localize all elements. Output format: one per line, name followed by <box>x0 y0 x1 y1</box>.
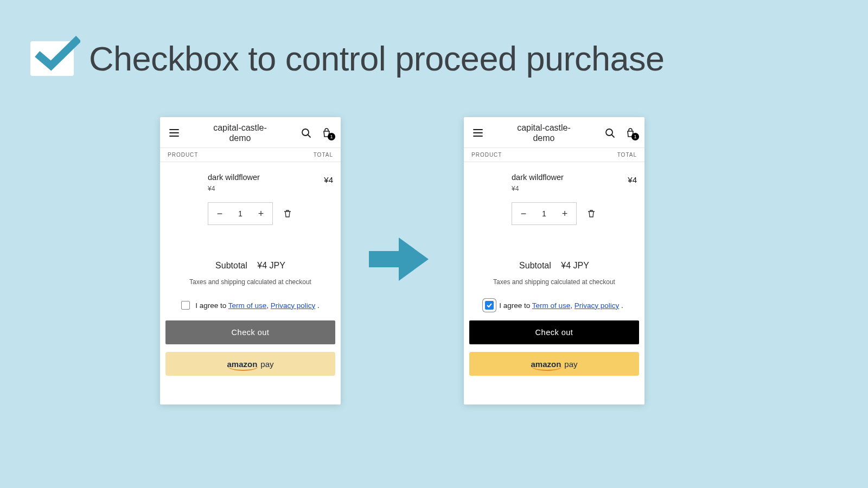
agree-checkbox[interactable] <box>181 301 190 310</box>
terms-link[interactable]: Term of use <box>532 301 571 310</box>
arrow-icon <box>369 232 434 288</box>
slide-title: Checkbox to control proceed purchase <box>89 39 665 78</box>
subtotal-label: Subtotal <box>519 261 551 270</box>
agree-text: I agree to Term of use, Privacy policy . <box>499 301 623 310</box>
qty-increment-button[interactable]: + <box>250 203 272 224</box>
store-topbar: capital-castle-demo 1 <box>160 117 341 147</box>
trash-icon[interactable] <box>283 209 292 219</box>
slide-header: Checkbox to control proceed purchase <box>30 39 665 78</box>
product-line-total: ¥4 <box>324 175 333 184</box>
privacy-link[interactable]: Privacy policy <box>271 301 316 310</box>
cart-table-header: PRODUCT TOTAL <box>160 147 341 162</box>
amazon-logo-text: amazon <box>531 359 561 369</box>
search-icon[interactable] <box>603 126 616 139</box>
subtotal-block: Subtotal ¥4 JPY Taxes and shipping calcu… <box>464 261 644 286</box>
hamburger-icon[interactable] <box>168 126 181 139</box>
subtotal-value: ¥4 JPY <box>561 261 589 270</box>
subtotal-block: Subtotal ¥4 JPY Taxes and shipping calcu… <box>160 261 341 286</box>
checkmark-badge <box>30 41 74 76</box>
cart-count-badge: 1 <box>631 133 639 140</box>
qty-value: 1 <box>535 209 553 218</box>
hamburger-icon[interactable] <box>471 126 484 139</box>
agree-checkbox[interactable] <box>485 301 494 310</box>
cart-icon[interactable]: 1 <box>320 126 333 139</box>
cart-line-item: dark wildflower ¥4 ¥4 − 1 + <box>464 162 644 230</box>
phone-mock-after: capital-castle-demo 1 PRODUCT TOTAL dark… <box>464 117 644 404</box>
cart-line-item: dark wildflower ¥4 ¥4 − 1 + <box>160 162 341 230</box>
qty-value: 1 <box>231 209 250 218</box>
tax-note: Taxes and shipping calculated at checkou… <box>160 278 341 286</box>
svg-line-1 <box>308 135 310 137</box>
store-brand: capital-castle-demo <box>517 123 571 143</box>
product-line-total: ¥4 <box>628 175 637 184</box>
agree-row: I agree to Term of use, Privacy policy . <box>464 301 644 310</box>
checkout-button[interactable]: Check out <box>165 320 335 344</box>
qty-increment-button[interactable]: + <box>553 203 576 224</box>
col-product: PRODUCT <box>168 152 198 158</box>
agree-row: I agree to Term of use, Privacy policy . <box>160 301 341 310</box>
svg-line-3 <box>612 135 614 137</box>
col-product: PRODUCT <box>471 152 502 158</box>
svg-point-2 <box>606 129 612 136</box>
product-name: dark wildflower <box>208 173 333 182</box>
qty-decrement-button[interactable]: − <box>512 203 535 224</box>
privacy-link[interactable]: Privacy policy <box>575 301 620 310</box>
search-icon[interactable] <box>299 126 312 139</box>
checkout-button[interactable]: Check out <box>469 320 639 344</box>
product-name: dark wildflower <box>512 173 637 182</box>
terms-link[interactable]: Term of use <box>228 301 267 310</box>
amazon-pay-button[interactable]: amazonpay <box>469 352 639 376</box>
product-unit-price: ¥4 <box>512 185 637 192</box>
svg-point-0 <box>302 129 309 136</box>
trash-icon[interactable] <box>586 209 596 219</box>
store-topbar: capital-castle-demo 1 <box>464 117 644 147</box>
check-icon <box>34 36 80 74</box>
subtotal-label: Subtotal <box>215 261 247 270</box>
phone-mock-before: capital-castle-demo 1 PRODUCT TOTAL dark… <box>160 117 341 404</box>
cart-count-badge: 1 <box>328 133 335 140</box>
quantity-stepper: − 1 + <box>512 202 577 225</box>
store-brand: capital-castle-demo <box>213 123 267 143</box>
cart-table-header: PRODUCT TOTAL <box>464 147 644 162</box>
agree-text: I agree to Term of use, Privacy policy . <box>195 301 320 310</box>
cart-icon[interactable]: 1 <box>624 126 637 139</box>
quantity-stepper: − 1 + <box>208 202 273 225</box>
subtotal-value: ¥4 JPY <box>257 261 285 270</box>
qty-decrement-button[interactable]: − <box>208 203 231 224</box>
tax-note: Taxes and shipping calculated at checkou… <box>464 278 644 286</box>
col-total: TOTAL <box>314 152 333 158</box>
product-unit-price: ¥4 <box>208 185 333 192</box>
col-total: TOTAL <box>617 152 637 158</box>
amazon-pay-button[interactable]: amazonpay <box>165 352 335 376</box>
amazon-logo-text: amazon <box>227 359 257 369</box>
